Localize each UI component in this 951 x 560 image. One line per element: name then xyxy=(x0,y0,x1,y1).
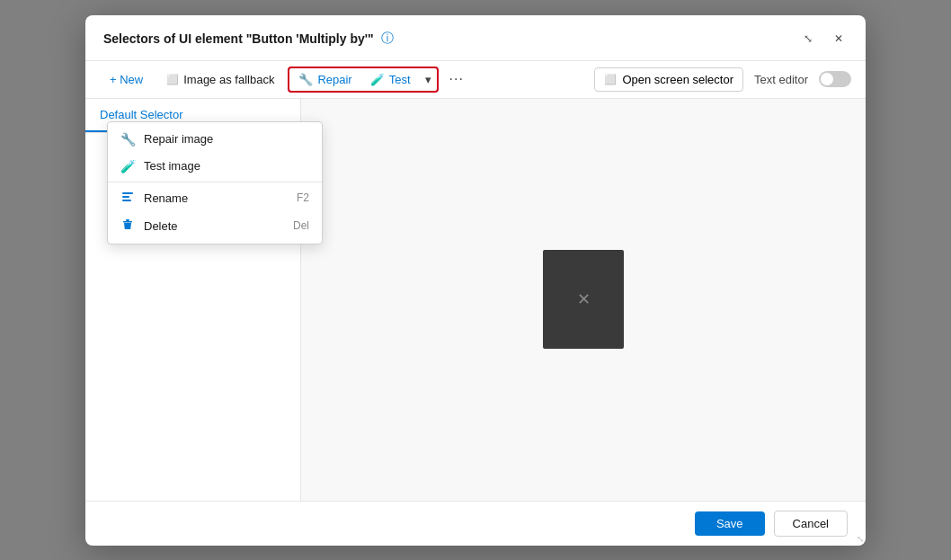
tab-default-selector-label: Default Selector xyxy=(100,108,183,121)
text-editor-toggle[interactable] xyxy=(819,71,851,87)
context-menu: 🔧 Repair image 🧪 Test image xyxy=(107,121,323,244)
more-options-button[interactable]: ··· xyxy=(442,67,471,92)
title-actions: ⤡ ✕ xyxy=(795,26,851,51)
selectors-dialog: Selectors of UI element "Button 'Multipl… xyxy=(85,15,866,546)
dialog-title: Selectors of UI element "Button 'Multipl… xyxy=(103,31,374,46)
image-broken-icon: ✕ xyxy=(577,289,591,309)
test-icon: 🧪 xyxy=(370,73,385,86)
repair-button[interactable]: 🔧 Repair xyxy=(289,68,360,91)
chevron-down-icon: ▾ xyxy=(425,73,431,86)
rename-shortcut: F2 xyxy=(297,191,309,204)
image-fallback-icon: ⬜ xyxy=(166,74,179,85)
context-menu-item-test[interactable]: 🧪 Test image xyxy=(108,153,322,180)
new-label: + New xyxy=(110,73,143,86)
delete-icon xyxy=(120,218,135,234)
title-left: Selectors of UI element "Button 'Multipl… xyxy=(103,31,394,47)
repair-icon: 🔧 xyxy=(298,73,313,86)
resize-icon: ⤡ xyxy=(804,32,813,45)
repair-image-icon: 🔧 xyxy=(120,132,135,147)
close-button[interactable]: ✕ xyxy=(826,26,851,51)
test-button[interactable]: 🧪 Test xyxy=(361,68,420,91)
right-toolbar: ⬜ Open screen selector Text editor xyxy=(594,67,851,92)
svg-rect-0 xyxy=(122,192,133,194)
svg-rect-1 xyxy=(122,196,129,198)
delete-shortcut: Del xyxy=(293,219,309,232)
repair-test-group: 🔧 Repair 🧪 Test ▾ xyxy=(288,67,438,93)
save-button[interactable]: Save xyxy=(695,511,765,536)
close-icon: ✕ xyxy=(834,32,843,45)
svg-rect-4 xyxy=(123,221,132,223)
rename-label: Rename xyxy=(144,191,188,205)
repair-image-label: Repair image xyxy=(144,132,213,146)
text-editor-label: Text editor xyxy=(754,73,808,86)
resize-handle[interactable]: ⤡ xyxy=(857,534,864,544)
info-icon[interactable]: ⓘ xyxy=(381,31,394,47)
svg-rect-2 xyxy=(122,200,131,201)
image-placeholder: ✕ xyxy=(543,250,624,349)
test-image-icon: 🧪 xyxy=(120,159,135,173)
open-screen-selector-button[interactable]: ⬜ Open screen selector xyxy=(594,67,743,92)
right-panel: ✕ xyxy=(301,99,866,501)
context-menu-item-repair[interactable]: 🔧 Repair image xyxy=(108,126,322,153)
test-label: Test xyxy=(389,73,411,86)
dialog-footer: Save Cancel xyxy=(85,501,866,546)
cancel-button[interactable]: Cancel xyxy=(774,511,848,537)
context-menu-item-rename[interactable]: Rename F2 xyxy=(108,184,322,212)
resize-button[interactable]: ⤡ xyxy=(795,26,821,51)
image-fallback-label: Image as fallback xyxy=(183,73,274,86)
svg-rect-3 xyxy=(126,219,129,221)
repair-label: Repair xyxy=(317,73,351,86)
open-screen-label: Open screen selector xyxy=(622,73,733,86)
more-options-icon: ··· xyxy=(449,71,464,86)
screen-selector-icon: ⬜ xyxy=(604,74,617,85)
context-menu-item-delete[interactable]: Delete Del xyxy=(108,212,322,240)
context-divider xyxy=(108,182,322,182)
test-image-label: Test image xyxy=(144,159,200,173)
save-label: Save xyxy=(716,517,743,530)
new-button[interactable]: + New xyxy=(100,67,153,92)
repair-test-chevron[interactable]: ▾ xyxy=(420,68,437,91)
delete-label: Delete xyxy=(144,219,178,233)
toolbar: + New ⬜ Image as fallback 🔧 Repair 🧪 Tes… xyxy=(85,61,866,99)
rename-icon xyxy=(120,191,135,206)
cancel-label: Cancel xyxy=(793,517,829,530)
image-fallback-button[interactable]: ⬜ Image as fallback xyxy=(156,67,284,92)
left-panel: Default Selector ⋮ 🔧 Repair image xyxy=(85,99,301,501)
dialog-titlebar: Selectors of UI element "Button 'Multipl… xyxy=(85,15,866,61)
dialog-body: Default Selector ⋮ 🔧 Repair image xyxy=(85,99,866,501)
